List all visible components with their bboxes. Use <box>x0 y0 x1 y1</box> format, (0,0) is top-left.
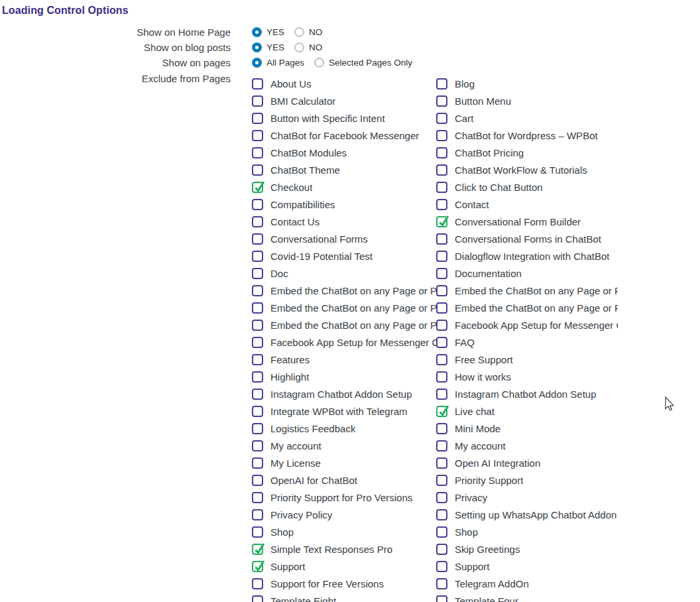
page-item-facebook-app-setup-for-messenger-c[interactable]: Facebook App Setup for Messenger C <box>252 333 436 351</box>
checkbox-unchecked-icon[interactable] <box>436 492 447 503</box>
page-item-instagram-chatbot-addon-setup[interactable]: Instagram Chatbot Addon Setup <box>436 385 618 402</box>
page-item-support[interactable]: Support <box>436 558 618 575</box>
checkbox-unchecked-icon[interactable] <box>252 457 263 469</box>
page-item-openai-for-chatbot[interactable]: OpenAI for ChatBot <box>252 471 436 489</box>
checkbox-unchecked-icon[interactable] <box>436 268 447 279</box>
radio-unselected-icon[interactable] <box>294 42 304 52</box>
page-item-simple-text-responses-pro[interactable]: Simple Text Responses Pro <box>252 540 436 558</box>
page-item-chatbot-for-wordpress-wpbot[interactable]: ChatBot for Wordpress – WPBot <box>436 127 618 144</box>
page-item-instagram-chatbot-addon-setup[interactable]: Instagram Chatbot Addon Setup <box>252 385 436 402</box>
checkbox-unchecked-icon[interactable] <box>436 389 447 400</box>
page-item-support[interactable]: Support <box>252 558 436 575</box>
page-item-embed-the-chatbot-on-any-page-or-p[interactable]: Embed the ChatBot on any Page or P <box>436 282 618 299</box>
checkbox-unchecked-icon[interactable] <box>436 164 447 176</box>
checkbox-unchecked-icon[interactable] <box>252 337 263 348</box>
page-item-setting-up-whatsapp-chatbot-addon[interactable]: Setting up WhatsApp Chatbot Addon <box>436 506 618 523</box>
checkbox-unchecked-icon[interactable] <box>436 95 447 107</box>
page-item-faq[interactable]: FAQ <box>436 333 618 351</box>
page-item-open-ai-integration[interactable]: Open AI Integration <box>436 454 618 471</box>
checkbox-unchecked-icon[interactable] <box>252 164 263 176</box>
page-item-contact-us[interactable]: Contact Us <box>252 213 436 230</box>
checkbox-unchecked-icon[interactable] <box>252 371 263 383</box>
checkbox-unchecked-icon[interactable] <box>436 354 447 365</box>
page-item-documentation[interactable]: Documentation <box>436 265 618 282</box>
page-item-privacy[interactable]: Privacy <box>436 489 618 506</box>
radio-option-no[interactable]: NO <box>294 27 322 37</box>
checkbox-checked-icon[interactable] <box>252 561 263 572</box>
checkbox-unchecked-icon[interactable] <box>252 595 263 602</box>
checkbox-unchecked-icon[interactable] <box>252 233 263 245</box>
page-item-about-us[interactable]: About Us <box>252 75 436 92</box>
checkbox-unchecked-icon[interactable] <box>436 113 447 124</box>
checkbox-unchecked-icon[interactable] <box>252 147 263 158</box>
page-item-priority-support-for-pro-versions[interactable]: Priority Support for Pro Versions <box>252 489 436 506</box>
page-item-telegram-addon[interactable]: Telegram AddOn <box>436 575 618 592</box>
page-item-my-account[interactable]: My account <box>436 437 618 454</box>
page-item-cart[interactable]: Cart <box>436 109 618 127</box>
page-item-chatbot-theme[interactable]: ChatBot Theme <box>252 161 436 178</box>
checkbox-unchecked-icon[interactable] <box>252 406 263 417</box>
page-item-contact[interactable]: Contact <box>436 196 618 213</box>
checkbox-checked-icon[interactable] <box>436 216 447 227</box>
checkbox-unchecked-icon[interactable] <box>252 199 263 210</box>
page-item-embed-the-chatbot-on-any-page-or-p[interactable]: Embed the ChatBot on any Page or P <box>252 282 436 299</box>
checkbox-unchecked-icon[interactable] <box>252 354 263 365</box>
checkbox-unchecked-icon[interactable] <box>252 509 263 520</box>
page-item-shop[interactable]: Shop <box>436 523 618 540</box>
page-item-skip-greetings[interactable]: Skip Greetings <box>436 540 618 558</box>
checkbox-unchecked-icon[interactable] <box>252 526 263 538</box>
radio-unselected-icon[interactable] <box>314 58 324 68</box>
checkbox-unchecked-icon[interactable] <box>252 423 263 434</box>
page-item-chatbot-workflow-tutorials[interactable]: ChatBot WorkFlow & Tutorials <box>436 161 618 178</box>
checkbox-unchecked-icon[interactable] <box>436 285 447 296</box>
checkbox-unchecked-icon[interactable] <box>436 544 447 555</box>
checkbox-unchecked-icon[interactable] <box>252 389 263 400</box>
page-item-logistics-feedback[interactable]: Logistics Feedback <box>252 420 436 437</box>
page-item-bmi-calculator[interactable]: BMI Calculator <box>252 92 436 109</box>
checkbox-unchecked-icon[interactable] <box>436 251 447 262</box>
checkbox-unchecked-icon[interactable] <box>252 285 263 296</box>
checkbox-unchecked-icon[interactable] <box>436 423 447 434</box>
page-item-template-four[interactable]: Template Four <box>436 592 618 602</box>
checkbox-unchecked-icon[interactable] <box>252 475 263 486</box>
page-item-privacy-policy[interactable]: Privacy Policy <box>252 506 436 523</box>
checkbox-unchecked-icon[interactable] <box>252 320 263 331</box>
page-item-embed-the-chatbot-on-any-page-or-p[interactable]: Embed the ChatBot on any Page or P <box>252 299 436 316</box>
checkbox-unchecked-icon[interactable] <box>436 233 447 245</box>
checkbox-unchecked-icon[interactable] <box>252 95 263 107</box>
page-item-click-to-chat-button[interactable]: Click to Chat Button <box>436 178 618 196</box>
checkbox-unchecked-icon[interactable] <box>436 595 447 602</box>
checkbox-unchecked-icon[interactable] <box>252 492 263 503</box>
radio-selected-icon[interactable] <box>252 58 262 68</box>
page-item-chatbot-pricing[interactable]: ChatBot Pricing <box>436 144 618 161</box>
checkbox-unchecked-icon[interactable] <box>436 182 447 193</box>
page-item-doc[interactable]: Doc <box>252 265 436 282</box>
checkbox-checked-icon[interactable] <box>252 182 263 193</box>
page-item-free-support[interactable]: Free Support <box>436 351 618 368</box>
checkbox-unchecked-icon[interactable] <box>436 457 447 469</box>
page-item-highlight[interactable]: Highlight <box>252 368 436 385</box>
page-item-how-it-works[interactable]: How it works <box>436 368 618 385</box>
page-item-priority-support[interactable]: Priority Support <box>436 471 618 489</box>
checkbox-unchecked-icon[interactable] <box>252 578 263 589</box>
page-item-blog[interactable]: Blog <box>436 75 618 92</box>
page-item-mini-mode[interactable]: Mini Mode <box>436 420 618 437</box>
checkbox-unchecked-icon[interactable] <box>436 78 447 90</box>
checkbox-unchecked-icon[interactable] <box>252 302 263 314</box>
checkbox-unchecked-icon[interactable] <box>436 302 447 314</box>
page-item-facebook-app-setup-for-messenger-c[interactable]: Facebook App Setup for Messenger C <box>436 316 618 333</box>
checkbox-unchecked-icon[interactable] <box>436 509 447 520</box>
radio-option-all-pages[interactable]: All Pages <box>252 58 304 68</box>
checkbox-unchecked-icon[interactable] <box>436 561 447 572</box>
checkbox-unchecked-icon[interactable] <box>252 440 263 452</box>
checkbox-checked-icon[interactable] <box>252 544 263 555</box>
checkbox-unchecked-icon[interactable] <box>252 130 263 141</box>
page-item-embed-the-chatbot-on-any-page-or-p[interactable]: Embed the ChatBot on any Page or P <box>252 316 436 333</box>
page-item-covid-19-potential-test[interactable]: Covid-19 Potential Test <box>252 247 436 265</box>
page-item-features[interactable]: Features <box>252 351 436 368</box>
radio-option-yes[interactable]: YES <box>252 42 284 52</box>
radio-option-no[interactable]: NO <box>294 42 322 52</box>
radio-option-selected-pages-only[interactable]: Selected Pages Only <box>314 58 412 68</box>
page-item-compatibilities[interactable]: Compatibilities <box>252 196 436 213</box>
page-item-integrate-wpbot-with-telegram[interactable]: Integrate WPBot with Telegram <box>252 402 436 420</box>
